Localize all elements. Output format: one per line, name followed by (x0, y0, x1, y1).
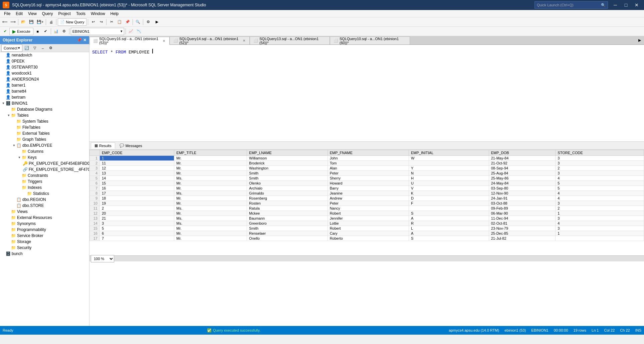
tree-item-synonyms[interactable]: 📁Synonyms (0, 221, 89, 227)
tree-item-0PEEK[interactable]: 👤0PEEK (0, 58, 89, 64)
table-cell-0-5[interactable]: W (409, 156, 489, 161)
menu-help[interactable]: Help (108, 10, 122, 17)
col-header-7[interactable]: STORE_CODE (556, 150, 644, 156)
parse-button[interactable]: ✔ (42, 28, 49, 35)
menu-project[interactable]: Project (56, 10, 73, 17)
col-header-4[interactable]: EMP_FNAME (328, 150, 409, 156)
table-cell-13-4[interactable]: Lottie (328, 221, 409, 226)
tree-item-columns[interactable]: 📁Columns (0, 148, 89, 154)
table-cell-10-1[interactable]: 2 (100, 206, 174, 211)
maximize-button[interactable]: □ (621, 1, 631, 9)
tree-item-security[interactable]: 📁Security (0, 245, 89, 251)
table-row[interactable]: 1220Mr.MckeeRobertS06-Mar-901 (90, 211, 644, 216)
table-cell-16-2[interactable]: Mr. (174, 236, 247, 241)
table-cell-10-5[interactable] (409, 206, 489, 211)
table-cell-8-6[interactable]: 24-Jan-91 (489, 196, 556, 201)
table-cell-4-0[interactable]: 5 (90, 176, 100, 181)
table-cell-16-7[interactable] (556, 236, 644, 241)
table-cell-9-3[interactable]: Rosten (247, 201, 328, 206)
table-cell-15-2[interactable]: Mr. (174, 231, 247, 236)
table-cell-7-3[interactable]: Grimaldo (247, 191, 328, 196)
table-cell-2-7[interactable]: 2 (556, 166, 644, 171)
table-cell-7-2[interactable]: Ms. (174, 191, 247, 196)
table-cell-2-3[interactable]: Washington (247, 166, 328, 171)
table-cell-12-3[interactable]: Baumann (247, 216, 328, 221)
table-row[interactable]: 155Mr.SmithRobertL23-Nov-793 (90, 226, 644, 231)
table-row[interactable]: 817Ms.GrimaldoJeanineK12-Nov-904 (90, 191, 644, 196)
quick-launch[interactable]: Quick Launch (Ctrl+Q) 🔍 (534, 1, 608, 9)
table-cell-16-1[interactable]: 7 (100, 236, 174, 241)
table-cell-7-1[interactable]: 17 (100, 191, 174, 196)
table-cell-16-6[interactable]: 21-Jul-82 (489, 236, 556, 241)
table-cell-8-5[interactable]: D (409, 196, 489, 201)
query-editor[interactable]: SELECT * FROM EMPLOYEE (89, 45, 644, 142)
table-row[interactable]: 1019Mr.RostenPeterF03-Oct-883 (90, 201, 644, 206)
table-cell-10-6[interactable]: 09-Feb-89 (489, 206, 556, 211)
menu-edit[interactable]: Edit (13, 10, 25, 17)
table-cell-9-4[interactable]: Peter (328, 201, 409, 206)
tab-close-1[interactable]: ✕ (162, 39, 166, 43)
oe-pin-icon[interactable]: 📌 (77, 38, 82, 42)
table-cell-6-4[interactable]: Barry (328, 186, 409, 191)
menu-view[interactable]: View (25, 10, 39, 17)
menu-file[interactable]: File (1, 10, 13, 17)
table-cell-11-4[interactable]: Robert (328, 211, 409, 216)
table-cell-12-1[interactable]: 21 (100, 216, 174, 221)
table-cell-3-0[interactable]: 4 (90, 171, 100, 176)
query-options-button[interactable]: ⚙ (60, 28, 68, 35)
table-cell-5-6[interactable]: 24-May-84 (489, 181, 556, 186)
table-cell-16-0[interactable]: 17 (90, 236, 100, 241)
table-cell-5-0[interactable]: 6 (90, 181, 100, 186)
table-cell-6-6[interactable]: 03-Sep-80 (489, 186, 556, 191)
table-cell-5-1[interactable]: 15 (100, 181, 174, 186)
table-cell-8-3[interactable]: Rosenberg (247, 196, 328, 201)
tree-item-nenadovich[interactable]: 👤nenadovich (0, 52, 89, 58)
tree-item-systemTables[interactable]: 📁System Tables (0, 118, 89, 124)
table-cell-3-4[interactable]: Peter (328, 171, 409, 176)
table-cell-16-5[interactable]: S (409, 236, 489, 241)
tree-item-fileTables[interactable]: 📁FileTables (0, 124, 89, 130)
table-cell-4-2[interactable]: Ms. (174, 176, 247, 181)
table-cell-14-7[interactable]: 3 (556, 226, 644, 231)
tree-item-woodcock1[interactable]: 👤woodcock1 (0, 70, 89, 76)
tree-item-ANDERSON24[interactable]: 👤ANDERSON24 (0, 76, 89, 82)
cut-button[interactable]: ✂ (108, 18, 115, 26)
table-cell-2-1[interactable]: 12 (100, 166, 174, 171)
table-cell-15-4[interactable]: Cary (328, 231, 409, 236)
table-cell-14-2[interactable]: Mr. (174, 226, 247, 231)
tree-item-indexes[interactable]: 📁Indexes (0, 185, 89, 191)
tree-item-constraints[interactable]: 📁Constraints (0, 173, 89, 179)
table-cell-14-1[interactable]: 5 (100, 226, 174, 231)
table-cell-4-5[interactable]: H (409, 176, 489, 181)
table-cell-11-5[interactable]: S (409, 211, 489, 216)
table-cell-10-2[interactable]: Ms. (174, 206, 247, 211)
menu-tools[interactable]: Tools (73, 10, 88, 17)
table-row[interactable]: 1321Ms.BaumannJenniferA11-Dec-943 (90, 216, 644, 221)
table-cell-3-6[interactable]: 25-Aug-84 (489, 171, 556, 176)
table-row[interactable]: 312Mr.WashingtonAlanY08-Sep-942 (90, 166, 644, 171)
table-cell-1-6[interactable]: 21-Oct-92 (489, 161, 556, 166)
table-cell-16-3[interactable]: Onello (247, 236, 328, 241)
table-cell-9-7[interactable]: 3 (556, 201, 644, 206)
table-cell-13-5[interactable]: R (409, 221, 489, 226)
table-row[interactable]: 11Mr.WilliamsonJohnW21-May-843 (90, 156, 644, 161)
debug-button[interactable]: ▶ (153, 18, 161, 26)
table-cell-4-7[interactable]: 4 (556, 176, 644, 181)
table-cell-5-4[interactable]: Howard (328, 181, 409, 186)
tab-sqlquery16[interactable]: ⬜ SQLQuery16.sql - a...ON1 (ebinion1 (53… (89, 37, 170, 45)
tree-item-programmability[interactable]: 📁Programmability (0, 227, 89, 233)
table-cell-13-7[interactable]: 4 (556, 221, 644, 226)
redo-button[interactable]: ↪ (97, 18, 105, 26)
minimize-button[interactable]: ─ (611, 1, 620, 9)
cancel-query-button[interactable]: ■ (34, 28, 41, 35)
table-cell-8-2[interactable]: Mr. (174, 196, 247, 201)
col-header-1[interactable]: EMP_CODE (100, 150, 174, 156)
connect-button[interactable]: Connect ▾ (1, 44, 22, 52)
table-row[interactable]: 177Mr.OnelloRobertoS21-Jul-82 (90, 236, 644, 241)
table-cell-6-7[interactable]: 5 (556, 186, 644, 191)
table-cell-12-5[interactable]: A (409, 216, 489, 221)
table-row[interactable]: 413Mr.SmithPeterN25-Aug-843 (90, 171, 644, 176)
tab-scroll-right[interactable]: ▶ (636, 36, 643, 44)
connect-tb-button[interactable]: ✔ (1, 28, 9, 35)
table-cell-13-2[interactable]: Ms. (174, 221, 247, 226)
